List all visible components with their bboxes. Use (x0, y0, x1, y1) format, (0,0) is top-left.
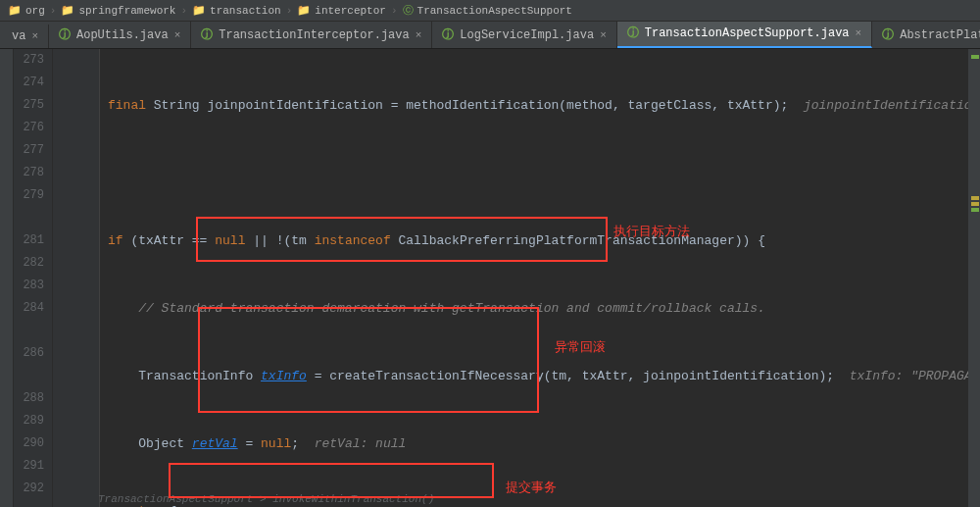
breadcrumb[interactable]: 📁org › 📁springframework › 📁transaction ›… (0, 0, 980, 22)
close-icon[interactable]: × (31, 30, 38, 42)
crumb-class[interactable]: TransactionAspectSupport (417, 5, 572, 17)
close-icon[interactable]: × (856, 27, 862, 39)
highlight-box-rollback (198, 307, 539, 413)
tab-txinterceptor[interactable]: ⓙTransactionInterceptor.java× (191, 22, 432, 48)
error-stripe[interactable] (968, 49, 980, 507)
annotation-commit: 提交事务 (506, 477, 557, 499)
indent-strip (53, 49, 100, 507)
crumb-tx[interactable]: transaction (210, 5, 281, 17)
code-editor[interactable]: 273274275 276277278 279281 282283284 286… (0, 49, 980, 507)
tab-txaspect[interactable]: ⓙTransactionAspectSupport.java× (617, 22, 872, 48)
left-gutter-strip (0, 49, 14, 507)
code-area[interactable]: final String joinpointIdentification = m… (100, 49, 968, 507)
crumb-org[interactable]: org (25, 5, 45, 17)
tab-va[interactable]: va× (2, 25, 49, 48)
crumb-int[interactable]: interceptor (315, 5, 386, 17)
annotation-invoke: 执行目标方法 (613, 221, 690, 243)
chevron-icon: › (180, 5, 187, 17)
tab-aoputils[interactable]: ⓙAopUtils.java× (49, 22, 191, 48)
chevron-icon: › (391, 5, 398, 17)
line-gutter: 273274275 276277278 279281 282283284 286… (14, 49, 53, 507)
close-icon[interactable]: × (600, 29, 607, 41)
tab-logservice[interactable]: ⓙLogServiceImpl.java× (432, 22, 616, 48)
chevron-icon: › (286, 5, 293, 17)
tab-abstracttx[interactable]: ⓙAbstractPlatformTransactionManager.java… (872, 22, 980, 48)
editor-tabs: va× ⓙAopUtils.java× ⓙTransactionIntercep… (0, 22, 980, 49)
annotation-rollback: 异常回滚 (555, 336, 606, 359)
chevron-icon: › (50, 5, 57, 17)
crumb-spring[interactable]: springframework (78, 5, 175, 17)
close-icon[interactable]: × (174, 29, 181, 41)
close-icon[interactable]: × (416, 29, 422, 41)
breadcrumb-footer[interactable]: TransactionAspectSupport > invokeWithinT… (98, 493, 434, 505)
